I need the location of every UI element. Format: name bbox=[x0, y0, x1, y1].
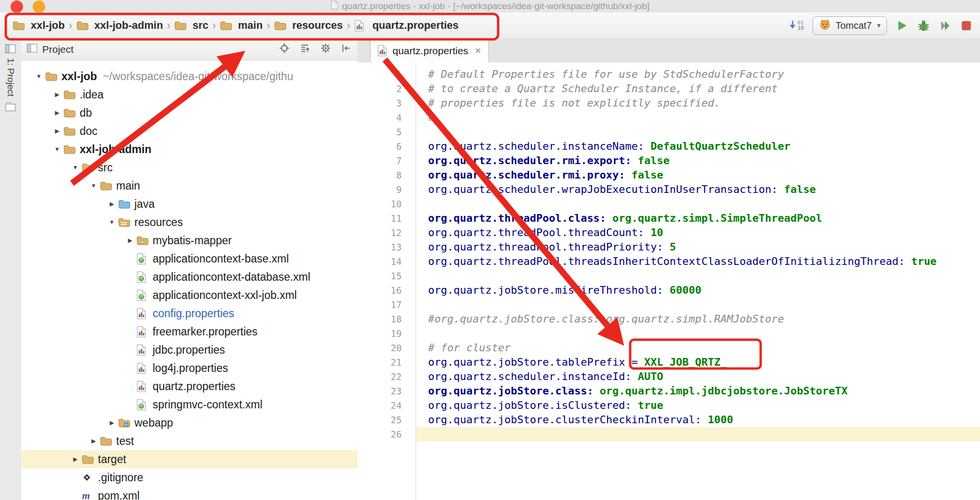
breadcrumb-item-quartz-properties[interactable]: quartz.properties bbox=[354, 19, 459, 32]
code-line-3[interactable]: # properties file is not explicitly spec… bbox=[428, 96, 937, 110]
expanded-arrow-icon[interactable]: ▼ bbox=[106, 219, 118, 226]
editor[interactable]: 1234567891011121314151617181920212223242… bbox=[358, 62, 980, 500]
code-segment-key: org.quartz.jobStore.tablePrefix bbox=[428, 356, 632, 368]
tree-item-src[interactable]: ▼src bbox=[21, 158, 358, 177]
tree-item-applicationcontext-base-xml[interactable]: applicationcontext-base.xml bbox=[21, 250, 358, 268]
line-number-13: 13 bbox=[358, 240, 402, 254]
tool-stripe-project-label[interactable]: 1: Project bbox=[5, 58, 16, 96]
stop-button[interactable] bbox=[960, 20, 972, 32]
tab-quartz-properties[interactable]: quartz.properties × bbox=[370, 38, 489, 62]
tree-item-applicationcontext-xxl-job-xml[interactable]: applicationcontext-xxl-job.xml bbox=[21, 286, 358, 304]
code-line-8[interactable]: org.quartz.scheduler.rmi.proxy: false bbox=[428, 168, 937, 182]
collapsed-arrow-icon[interactable]: ▶ bbox=[87, 438, 100, 444]
breadcrumb-item-src[interactable]: src bbox=[174, 19, 208, 32]
code-line-14[interactable]: org.quartz.threadPool.threadsInheritCont… bbox=[428, 254, 937, 269]
code-line-1[interactable]: # Default Properties file for use by Std… bbox=[428, 67, 937, 82]
expanded-arrow-icon[interactable]: ▼ bbox=[33, 73, 45, 80]
tree-item-doc[interactable]: ▶doc bbox=[21, 122, 358, 140]
code-line-22[interactable]: org.quartz.scheduler.instanceId: AUTO bbox=[428, 369, 937, 384]
code-line-7[interactable]: org.quartz.scheduler.rmi.export: false bbox=[428, 154, 937, 168]
tree-item-mybatis-mapper[interactable]: ▶mybatis-mapper bbox=[21, 231, 358, 250]
breadcrumb-item-xxl-job[interactable]: xxl-job bbox=[12, 19, 65, 32]
code-line-23[interactable]: org.quartz.jobStore.class: org.quartz.im… bbox=[428, 384, 937, 398]
code-line-5[interactable] bbox=[428, 125, 937, 139]
code-line-2[interactable]: # to create a Quartz Scheduler Instance,… bbox=[428, 82, 937, 96]
breadcrumb-item-resources[interactable]: resources bbox=[274, 19, 343, 32]
code-line-6[interactable]: org.quartz.scheduler.instanceName: Defau… bbox=[428, 139, 937, 154]
settings-gear-icon[interactable] bbox=[320, 43, 331, 56]
breadcrumb-item-main[interactable]: main bbox=[220, 19, 263, 32]
tree-item-log4j-properties[interactable]: log4j.properties bbox=[21, 359, 358, 377]
tree-item-webapp[interactable]: ▶webapp bbox=[21, 414, 358, 432]
tree-item-jdbc-properties[interactable]: jdbc.properties bbox=[21, 341, 358, 359]
tree-item-label: xxl-job-admin bbox=[80, 143, 152, 156]
locate-file-icon[interactable] bbox=[279, 43, 290, 56]
code-line-24[interactable]: org.quartz.jobStore.isClustered: true bbox=[428, 398, 937, 413]
code-line-12[interactable]: org.quartz.threadPool.threadCount: 10 bbox=[428, 226, 937, 240]
resources-folder-icon bbox=[118, 217, 132, 227]
tree-item-main[interactable]: ▼main bbox=[21, 177, 358, 195]
expanded-arrow-icon[interactable]: ▼ bbox=[87, 182, 100, 189]
tree-item--gitignore[interactable]: .gitignore bbox=[21, 468, 358, 487]
code-line-26[interactable] bbox=[428, 427, 937, 441]
collapsed-arrow-icon[interactable]: ▶ bbox=[106, 201, 118, 207]
code-segment-cmt: # properties file is not explicitly spec… bbox=[428, 97, 720, 109]
code-line-20[interactable]: # for cluster bbox=[428, 341, 937, 355]
expanded-arrow-icon[interactable]: ▼ bbox=[69, 164, 82, 171]
minimize-window-button[interactable] bbox=[33, 0, 45, 13]
run-button[interactable] bbox=[896, 19, 908, 32]
collapsed-arrow-icon[interactable]: ▶ bbox=[51, 91, 63, 98]
properties-file-icon bbox=[136, 381, 151, 393]
tree-item-xxl-job[interactable]: ▼xxl-job~/workspaces/idea-git-workspace/… bbox=[21, 67, 358, 85]
tree-item-quartz-properties[interactable]: quartz.properties bbox=[21, 377, 358, 395]
code-line-4[interactable]: # bbox=[428, 110, 937, 125]
code-line-10[interactable] bbox=[428, 197, 937, 211]
tree-item-target[interactable]: ▶target bbox=[21, 450, 358, 468]
code-line-19[interactable] bbox=[428, 326, 937, 341]
code-line-18[interactable]: #org.quartz.jobStore.class: org.quartz.s… bbox=[428, 312, 937, 326]
tree-item-resources[interactable]: ▼resources bbox=[21, 213, 358, 231]
run-configuration-select[interactable]: Tomcat7 ▾ bbox=[813, 16, 887, 35]
tree-item-db[interactable]: ▶db bbox=[21, 104, 358, 122]
code-segment-eq: = bbox=[632, 356, 645, 368]
tree-item-java[interactable]: ▶java bbox=[21, 195, 358, 213]
code-line-25[interactable]: org.quartz.jobStore.clusterCheckinInterv… bbox=[428, 413, 937, 427]
breadcrumb-item-xxl-job-admin[interactable]: xxl-job-admin bbox=[76, 19, 163, 32]
collapsed-arrow-icon[interactable]: ▶ bbox=[51, 128, 63, 134]
project-tool-window-icon[interactable] bbox=[5, 44, 16, 55]
tree-item-xxl-job-admin[interactable]: ▼xxl-job-admin bbox=[21, 140, 358, 158]
collapsed-arrow-icon[interactable]: ▶ bbox=[106, 419, 118, 426]
editor-tabs: quartz.properties × bbox=[358, 38, 980, 63]
vcs-update-indicator[interactable]: 01 10 bbox=[789, 20, 804, 32]
tree-item-config-properties[interactable]: config.properties bbox=[21, 304, 358, 322]
tree-item-test[interactable]: ▶test bbox=[21, 432, 358, 450]
debug-button[interactable] bbox=[917, 19, 930, 32]
folder-icon bbox=[220, 21, 234, 31]
code-line-13[interactable]: org.quartz.threadPool.threadPriority: 5 bbox=[428, 240, 937, 254]
tree-item-applicationcontext-database-xml[interactable]: applicationcontext-database.xml bbox=[21, 268, 358, 286]
tree-item--idea[interactable]: ▶.idea bbox=[21, 85, 358, 104]
tree-item-springmvc-context-xml[interactable]: springmvc-context.xml bbox=[21, 395, 358, 414]
expanded-arrow-icon[interactable]: ▼ bbox=[51, 146, 63, 153]
code-line-16[interactable]: org.quartz.jobStore.misfireThreshold: 60… bbox=[428, 283, 937, 298]
code-line-15[interactable] bbox=[428, 269, 937, 283]
hide-panel-icon[interactable] bbox=[341, 43, 352, 56]
collapse-all-icon[interactable] bbox=[299, 43, 311, 56]
code-line-21[interactable]: org.quartz.jobStore.tablePrefix = XXL_JO… bbox=[428, 355, 937, 369]
code-line-17[interactable] bbox=[428, 298, 937, 312]
vcs-change-counts: 01 10 bbox=[798, 20, 804, 31]
close-window-button[interactable] bbox=[11, 0, 23, 13]
line-number-26: 26 bbox=[358, 427, 402, 441]
close-tab-icon[interactable]: × bbox=[475, 45, 481, 57]
collapsed-arrow-icon[interactable]: ▶ bbox=[124, 237, 136, 244]
code-line-9[interactable]: org.quartz.scheduler.wrapJobExecutionInU… bbox=[428, 182, 937, 197]
code-segment-keyb: org.quartz.jobStore.class: bbox=[428, 385, 593, 397]
tree-item-freemarker-properties[interactable]: freemarker.properties bbox=[21, 322, 358, 341]
tree-item-pom-xml[interactable]: mpom.xml bbox=[21, 487, 358, 500]
coverage-button[interactable] bbox=[939, 19, 952, 32]
collapsed-arrow-icon[interactable]: ▶ bbox=[69, 456, 82, 463]
code-line-11[interactable]: org.quartz.threadPool.class: org.quartz.… bbox=[428, 211, 937, 226]
line-number-23: 23 bbox=[358, 384, 402, 398]
favorites-tool-window-icon[interactable] bbox=[5, 102, 16, 113]
collapsed-arrow-icon[interactable]: ▶ bbox=[51, 109, 63, 116]
